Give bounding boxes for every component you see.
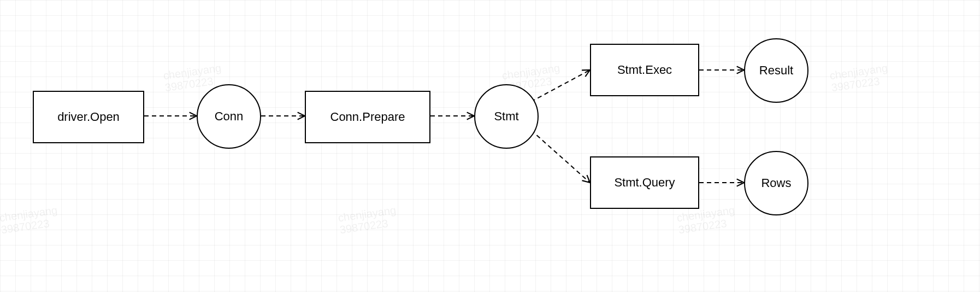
node-label: Stmt.Query: [614, 176, 675, 190]
node-label: Rows: [761, 176, 791, 190]
node-label: Result: [759, 63, 793, 78]
node-stmt: Stmt: [474, 84, 539, 149]
edge-stmt-stmtquery: [531, 130, 590, 183]
watermark: chenjiayang 39870223: [337, 204, 398, 236]
node-driver-open: driver.Open: [33, 91, 144, 143]
node-stmt-query: Stmt.Query: [590, 156, 699, 209]
node-rows: Rows: [744, 151, 808, 215]
node-label: Conn.Prepare: [330, 110, 405, 124]
node-conn: Conn: [197, 84, 261, 149]
node-label: Conn: [215, 109, 244, 124]
watermark: chenjiayang 39870223: [0, 204, 60, 236]
edge-stmt-stmtexec: [531, 70, 590, 102]
node-conn-prepare: Conn.Prepare: [305, 91, 430, 143]
node-label: driver.Open: [57, 110, 120, 124]
node-result: Result: [744, 38, 808, 103]
node-label: Stmt: [494, 109, 518, 124]
node-label: Stmt.Exec: [617, 63, 672, 77]
node-stmt-exec: Stmt.Exec: [590, 44, 699, 96]
edges-layer: [0, 0, 980, 292]
watermark: chenjiayang 39870223: [829, 62, 890, 94]
diagram-canvas: chenjiayang 39870223 chenjiayang 3987022…: [0, 0, 980, 292]
